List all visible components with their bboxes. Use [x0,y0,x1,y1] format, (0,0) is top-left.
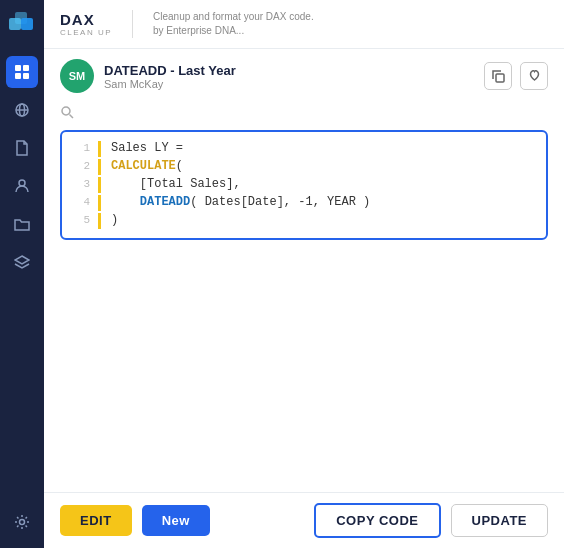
code-content-5: ) [111,213,118,227]
sidebar-item-folder[interactable] [6,208,38,240]
sidebar [0,0,44,548]
sidebar-item-user[interactable] [6,170,38,202]
line-bar-1 [98,141,101,157]
svg-rect-6 [23,73,29,79]
code-content-3: [Total Sales], [111,177,241,191]
code-content-1: Sales LY = [111,141,183,155]
avatar: SM [60,59,94,93]
content-empty [44,248,564,492]
code-line-2: 2 CALCULATE( [62,158,546,176]
main-content: DAX CLEAN UP Cleanup and format your DAX… [44,0,564,548]
line-number-4: 4 [70,195,90,208]
search-icon [60,105,74,122]
sidebar-item-layers[interactable] [6,246,38,278]
svg-point-11 [20,520,25,525]
line-number-2: 2 [70,159,90,172]
sidebar-item-settings[interactable] [6,506,38,538]
app-logo: DAX CLEAN UP [60,11,112,37]
code-line-1: 1 Sales LY = [62,140,546,158]
svg-line-14 [70,115,74,119]
tool-meta: DATEADD - Last Year Sam McKay [104,63,474,90]
footer: EDIT New COPY CODE UPDATE [44,492,564,548]
line-number-1: 1 [70,141,90,154]
app-header: DAX CLEAN UP Cleanup and format your DAX… [44,0,564,49]
code-content-2: CALCULATE( [111,159,183,173]
line-number-3: 3 [70,177,90,190]
header-tagline: Cleanup and format your DAX code. by Ent… [153,10,314,38]
code-content-4: DATEADD( Dates[Date], -1, YEAR ) [111,195,370,209]
code-line-3: 3 [Total Sales], [62,176,546,194]
line-bar-4 [98,195,101,211]
line-bar-2 [98,159,101,175]
sidebar-item-file[interactable] [6,132,38,164]
tool-name: DATEADD - Last Year [104,63,474,78]
tool-author: Sam McKay [104,78,474,90]
svg-point-10 [19,180,25,186]
new-button[interactable]: New [142,505,210,536]
favorite-icon-button[interactable] [520,62,548,90]
svg-rect-3 [15,65,21,71]
code-editor: 1 Sales LY = 2 CALCULATE( 3 [Total Sales… [60,130,548,240]
code-line-5: 5 ) [62,212,546,230]
copy-code-button[interactable]: COPY CODE [314,503,440,538]
svg-point-13 [62,107,70,115]
app-title: DAX [60,11,95,28]
line-number-5: 5 [70,213,90,226]
edit-button[interactable]: EDIT [60,505,132,536]
line-bar-5 [98,213,101,229]
svg-rect-2 [21,18,33,30]
code-line-4: 4 DATEADD( Dates[Date], -1, YEAR ) [62,194,546,212]
svg-rect-5 [15,73,21,79]
svg-rect-4 [23,65,29,71]
sidebar-logo [9,10,35,40]
line-bar-3 [98,177,101,193]
tool-actions [484,62,548,90]
sidebar-item-dashboard[interactable] [6,56,38,88]
copy-icon-button[interactable] [484,62,512,90]
tool-info: SM DATEADD - Last Year Sam McKay [44,49,564,99]
header-divider [132,10,133,38]
sidebar-item-globe[interactable] [6,94,38,126]
svg-rect-12 [496,74,504,82]
update-button[interactable]: UPDATE [451,504,548,537]
search-area [44,99,564,126]
app-subtitle: CLEAN UP [60,28,112,37]
